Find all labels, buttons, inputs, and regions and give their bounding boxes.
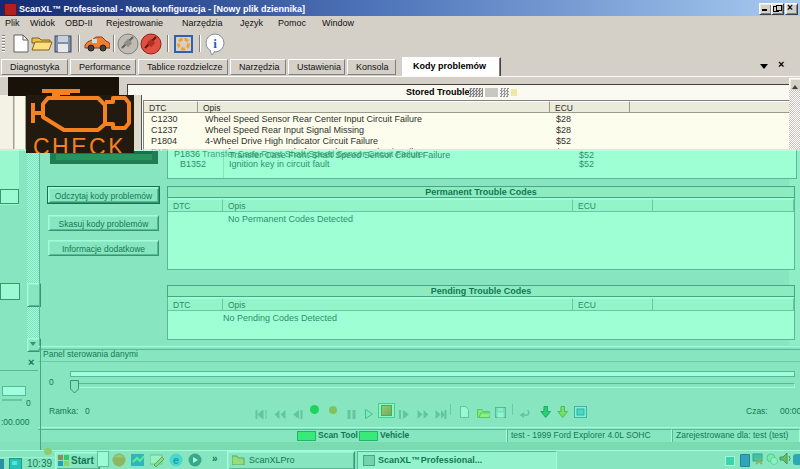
svg-text:i: i bbox=[213, 36, 217, 51]
